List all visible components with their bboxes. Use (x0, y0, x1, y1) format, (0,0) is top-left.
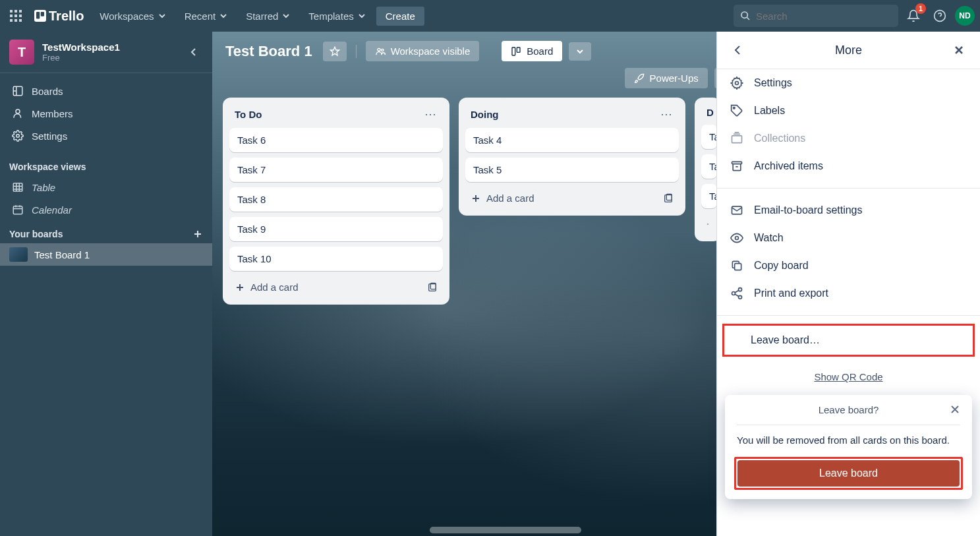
sidebar-collapse-button[interactable] (185, 43, 203, 61)
menu-labels[interactable]: Labels (717, 97, 980, 125)
sidebar-item-settings[interactable]: Settings (0, 125, 212, 147)
list-title[interactable]: Doing (471, 109, 499, 120)
svg-point-19 (378, 48, 380, 51)
menu-watch[interactable]: Watch (717, 224, 980, 252)
sidebar-item-members[interactable]: Members (0, 102, 212, 125)
svg-rect-4 (14, 15, 17, 17)
nav-recent[interactable]: Recent (177, 7, 236, 26)
powerups-button[interactable]: Power-Ups (625, 68, 708, 88)
svg-rect-10 (36, 12, 40, 19)
plus-icon (471, 193, 481, 204)
add-card-button[interactable]: Add a card (465, 187, 679, 209)
nav-starred[interactable]: Starred (238, 7, 298, 26)
gear-icon (12, 130, 24, 142)
nav-workspaces[interactable]: Workspaces (92, 7, 173, 26)
view-switcher-button[interactable] (569, 42, 591, 61)
svg-rect-26 (665, 194, 672, 202)
chevron-down-icon (575, 47, 585, 56)
add-card-button[interactable]: Add a card (229, 276, 443, 298)
search-input[interactable] (756, 11, 892, 22)
list-menu-button[interactable]: ⋯ (660, 107, 674, 121)
board-icon (12, 85, 24, 97)
menu-copy[interactable]: Copy board (717, 252, 980, 280)
svg-rect-34 (735, 264, 741, 270)
menu-collections[interactable]: Collections (717, 125, 980, 152)
menu-print[interactable]: Print and export (717, 280, 980, 307)
board-item-test-board-1[interactable]: Test Board 1 (0, 243, 212, 266)
svg-rect-31 (732, 162, 742, 164)
star-button[interactable] (323, 42, 347, 61)
board-view-icon (511, 46, 521, 57)
horizontal-scrollbar[interactable] (430, 527, 581, 533)
svg-rect-6 (10, 19, 13, 22)
show-qr-link[interactable]: Show QR Code (717, 359, 980, 395)
logo-text: Trello (49, 9, 84, 24)
search-box[interactable] (734, 5, 898, 27)
svg-rect-1 (14, 10, 17, 13)
menu-archived[interactable]: Archived items (717, 152, 980, 180)
popover-close-button[interactable] (950, 404, 960, 415)
gear-icon (730, 76, 743, 90)
template-icon[interactable] (663, 193, 674, 204)
menu-email[interactable]: Email-to-board settings (717, 196, 980, 224)
svg-point-28 (735, 82, 739, 85)
svg-rect-22 (517, 47, 521, 52)
trello-logo[interactable]: Trello (29, 9, 89, 24)
user-avatar[interactable]: ND (955, 6, 975, 26)
apps-launcher-icon[interactable] (5, 5, 26, 26)
svg-rect-30 (732, 136, 742, 143)
mail-icon (730, 204, 743, 217)
help-button[interactable] (929, 5, 951, 27)
list-title[interactable]: To Do (235, 109, 262, 120)
list-doing: Doing ⋯ Task 4 Task 5 Add a card (459, 98, 685, 216)
card[interactable]: Task 10 (229, 247, 443, 271)
board-menu-panel: More Settings Labels Collections Archive… (716, 32, 980, 536)
menu-leave-board[interactable]: Leave board… (724, 326, 973, 355)
board-thumbnail (9, 247, 28, 262)
archive-icon (730, 160, 743, 173)
card[interactable]: Task 9 (229, 217, 443, 241)
nav-templates[interactable]: Templates (301, 7, 373, 26)
board-view-button[interactable]: Board (502, 41, 562, 61)
popover-title: Leave board? (819, 404, 879, 415)
board-title[interactable]: Test Board 1 (225, 43, 312, 60)
search-icon (740, 11, 751, 21)
help-icon (933, 9, 946, 22)
panel-back-button[interactable] (729, 41, 747, 59)
card[interactable]: Task 4 (465, 128, 679, 152)
plus-icon[interactable] (192, 229, 203, 239)
notifications-button[interactable]: 1 (902, 5, 925, 27)
panel-title: More (747, 44, 950, 57)
eye-icon (730, 231, 743, 245)
members-icon (12, 107, 24, 119)
visibility-button[interactable]: Workspace visible (366, 41, 480, 61)
svg-rect-11 (41, 12, 44, 16)
card[interactable]: Task 6 (229, 128, 443, 152)
card[interactable]: Ta (701, 184, 717, 208)
workspace-plan: Free (42, 53, 120, 63)
menu-settings[interactable]: Settings (717, 69, 980, 97)
add-card-button[interactable] (701, 214, 714, 235)
card[interactable]: Ta (701, 125, 717, 149)
template-icon[interactable] (427, 282, 438, 293)
leave-board-confirm-button[interactable]: Leave board (737, 460, 960, 487)
card[interactable]: Task 5 (465, 158, 679, 182)
create-button[interactable]: Create (376, 7, 424, 26)
workspace-header[interactable]: T TestWorkspace1 Free (0, 32, 212, 73)
svg-rect-17 (13, 183, 22, 191)
sidebar-item-calendar[interactable]: Calendar (0, 198, 212, 221)
list-menu-button[interactable]: ⋯ (424, 107, 438, 121)
svg-point-36 (732, 292, 735, 295)
card[interactable]: Task 8 (229, 187, 443, 212)
card[interactable]: Ta (701, 154, 717, 179)
svg-point-33 (735, 237, 739, 240)
popover-body: You will be removed from all cards on th… (737, 433, 960, 448)
card[interactable]: Task 7 (229, 158, 443, 182)
calendar-icon (12, 204, 24, 216)
sidebar: T TestWorkspace1 Free Boards Members Set… (0, 32, 212, 536)
sidebar-item-boards[interactable]: Boards (0, 80, 212, 102)
panel-close-button[interactable] (950, 41, 968, 59)
svg-rect-0 (10, 10, 13, 13)
sidebar-item-table[interactable]: Table (0, 176, 212, 198)
svg-rect-9 (34, 10, 46, 22)
